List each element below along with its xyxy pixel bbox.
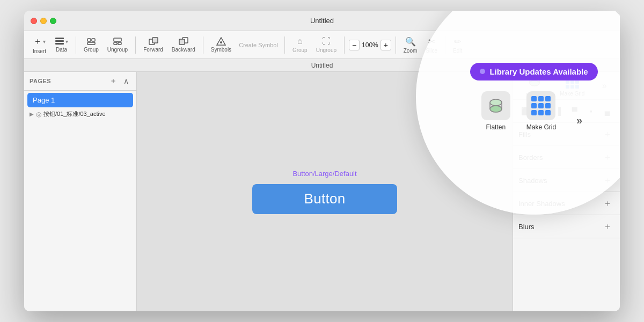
divider-6 xyxy=(396,36,396,54)
sidebar: PAGES ＋ ∧ Page 1 ▶ ◎ 按钮/01_标准/03_active xyxy=(24,72,137,311)
forward-label: Forward xyxy=(143,47,163,53)
app-window: Untitled ＋ ▾ Insert ▾ Data xyxy=(24,11,620,311)
svg-rect-3 xyxy=(87,39,91,41)
group-small[interactable]: ⌂ Group xyxy=(289,34,311,55)
group-icon xyxy=(86,37,97,46)
right-panel-tools: Flatten xyxy=(513,72,620,100)
create-symbol-btn[interactable]: Create Symbol xyxy=(237,40,280,50)
insert-icon: ＋ ▾ xyxy=(33,36,46,47)
backward-icon xyxy=(179,37,188,46)
shadows-label: Shadows xyxy=(518,177,547,185)
collapse-pages-btn[interactable]: ∧ xyxy=(121,76,131,86)
sidebar-icons: ＋ ∧ xyxy=(108,76,131,86)
edit-icon: ✏ xyxy=(454,36,461,47)
forward-group[interactable]: Forward xyxy=(140,35,166,55)
make-grid-tool[interactable]: Make Grid xyxy=(555,73,589,99)
backward-group[interactable]: Backward xyxy=(169,35,199,55)
make-grid-icon xyxy=(566,75,579,89)
divider-4 xyxy=(284,36,285,54)
svg-rect-12 xyxy=(179,39,185,45)
canvas-button[interactable]: Button xyxy=(252,184,397,214)
divider-1 xyxy=(76,36,76,54)
canvas-content: Button/Large/Default Button xyxy=(252,170,397,214)
svg-rect-7 xyxy=(114,42,117,45)
align-row: ⬛ ▬ ▐ ▀ ▪ ▄ xyxy=(513,100,620,123)
symbols-group[interactable]: Symbols xyxy=(208,35,235,55)
flatten-label: Flatten xyxy=(526,92,543,98)
group-group[interactable]: Group xyxy=(80,35,102,55)
main-content: PAGES ＋ ∧ Page 1 ▶ ◎ 按钮/01_标准/03_active … xyxy=(24,72,620,311)
canvas[interactable]: Button/Large/Default Button xyxy=(137,72,513,311)
zoom-control: − 100% + xyxy=(349,40,391,50)
data-group[interactable]: ▾ Data xyxy=(52,35,71,55)
ungroup-small[interactable]: ⛶ Ungroup xyxy=(313,34,340,55)
ungroup-small-icon: ⛶ xyxy=(322,36,331,46)
align-center-h-btn[interactable]: ▬ xyxy=(535,104,549,118)
svg-rect-8 xyxy=(118,42,121,45)
forward-icon xyxy=(149,37,158,46)
backward-label: Backward xyxy=(172,47,195,53)
svg-rect-2 xyxy=(55,43,64,45)
align-bottom-btn[interactable]: ▄ xyxy=(601,104,614,118)
svg-point-16 xyxy=(530,80,539,86)
inner-shadows-section: Inner Shadows ＋ xyxy=(513,192,620,215)
align-middle-btn[interactable]: ▪ xyxy=(584,104,598,118)
ungroup-icon xyxy=(112,37,123,46)
zoom-group[interactable]: 🔍 Zoom xyxy=(400,34,421,56)
component-label: Button/Large/Default xyxy=(292,170,356,178)
divider-2 xyxy=(135,36,136,54)
more-tools-btn[interactable]: » xyxy=(598,77,611,95)
fills-section: Fills ＋ xyxy=(513,123,620,146)
svg-rect-10 xyxy=(152,38,158,43)
tab-title: Untitled xyxy=(311,62,333,69)
toolbar: ＋ ▾ Insert ▾ Data xyxy=(24,31,620,59)
edit-group[interactable]: ✏ Edit xyxy=(450,34,465,56)
page-1-label: Page 1 xyxy=(33,96,55,104)
insert-label: Insert xyxy=(33,48,46,54)
layer-item[interactable]: ▶ ◎ 按钮/01_标准/03_active xyxy=(24,107,136,121)
group-label: Group xyxy=(84,47,99,53)
add-shadow-btn[interactable]: ＋ xyxy=(601,173,614,187)
right-panel: Flatten xyxy=(513,72,620,311)
add-border-btn[interactable]: ＋ xyxy=(601,150,614,164)
maximize-button[interactable] xyxy=(50,18,56,24)
add-blur-btn[interactable]: ＋ xyxy=(601,219,614,233)
button-label: Button xyxy=(304,191,346,207)
zoom-value: 100% xyxy=(362,41,378,49)
flatten-tool[interactable]: Flatten xyxy=(522,72,547,100)
svg-rect-5 xyxy=(87,42,95,45)
align-right-btn[interactable]: ▐ xyxy=(551,104,565,118)
add-page-btn[interactable]: ＋ xyxy=(108,76,118,86)
align-left-btn[interactable]: ⬛ xyxy=(518,104,532,118)
divider-5 xyxy=(344,36,345,54)
inner-shadows-label: Inner Shadows xyxy=(518,200,565,208)
ungroup-group[interactable]: Ungroup xyxy=(104,35,131,55)
ungroup-label: Ungroup xyxy=(107,47,128,53)
make-grid-label: Make Grid xyxy=(560,91,584,97)
add-inner-shadow-btn[interactable]: ＋ xyxy=(601,196,614,210)
layer-chevron-icon: ▶ xyxy=(30,111,34,117)
insert-group[interactable]: ＋ ▾ Insert xyxy=(30,34,49,56)
group-small-icon: ⌂ xyxy=(297,36,303,46)
close-button[interactable] xyxy=(31,18,37,24)
borders-label: Borders xyxy=(518,153,543,162)
layer-label: 按钮/01_标准/03_active xyxy=(43,110,106,118)
blurs-label: Blurs xyxy=(518,223,535,231)
zoom-out-btn[interactable]: − xyxy=(349,40,360,50)
svg-point-14 xyxy=(220,41,222,43)
symbol-icon: ◎ xyxy=(36,111,41,118)
page-1-item[interactable]: Page 1 xyxy=(27,93,133,107)
flatten-icon xyxy=(528,74,541,90)
zoom-in-btn[interactable]: + xyxy=(380,40,391,50)
align-top-btn[interactable]: ▀ xyxy=(568,104,582,118)
minimize-button[interactable] xyxy=(40,18,47,24)
zoom-icon: 🔍 xyxy=(405,36,416,47)
blurs-section: Blurs ＋ xyxy=(513,215,620,238)
tab-bar: Untitled xyxy=(24,59,620,72)
svg-rect-6 xyxy=(114,38,121,41)
add-fill-btn[interactable]: ＋ xyxy=(601,127,614,141)
title-bar: Untitled xyxy=(24,11,620,31)
data-label: Data xyxy=(56,47,67,53)
data-icon: ▾ xyxy=(55,37,68,46)
slice-group[interactable]: ✂ Slice xyxy=(422,34,441,56)
